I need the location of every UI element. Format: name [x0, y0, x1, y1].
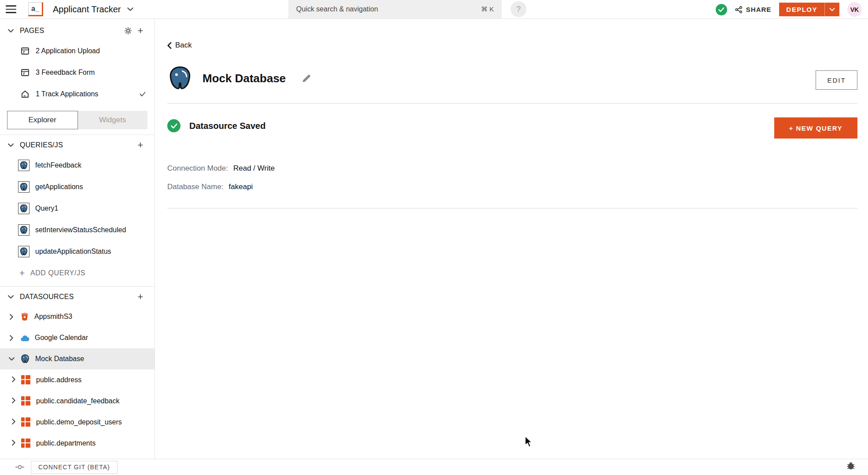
- share-label: SHARE: [746, 6, 772, 13]
- sidebar-item-query-getapplications[interactable]: getApplications: [0, 176, 154, 197]
- plus-icon: +: [19, 268, 25, 278]
- search-shortcut: ⌘ K: [481, 5, 494, 13]
- sidebar-divider: [0, 135, 154, 135]
- sidebar-item-datasource-google-calendar[interactable]: Google Calendar: [0, 327, 154, 348]
- quick-search-input[interactable]: Quick search & navigation ⌘ K: [288, 0, 502, 18]
- sidebar-item-query-query1[interactable]: Query1: [0, 197, 154, 219]
- tab-explorer-label: Explorer: [29, 116, 56, 124]
- pages-settings-button[interactable]: [122, 25, 134, 37]
- postgres-query-icon: [18, 160, 29, 171]
- sidebar-item-table-public-departments[interactable]: public.departments: [0, 433, 154, 454]
- postgres-query-icon: [18, 203, 29, 214]
- edit-datasource-button[interactable]: EDIT: [816, 70, 857, 90]
- app-title-menu[interactable]: Applicant Tracker: [53, 4, 133, 15]
- postgres-query-icon: [18, 224, 29, 236]
- table-icon: [21, 396, 31, 406]
- datasource-label: Mock Database: [35, 355, 84, 363]
- s3-datasource-icon: [20, 312, 29, 321]
- connection-mode-label: Connection Mode:: [167, 164, 228, 173]
- sidebar-divider: [0, 286, 154, 287]
- pages-section-header[interactable]: PAGES +: [0, 22, 154, 40]
- postgres-logo: [167, 65, 193, 91]
- table-icon: [21, 375, 31, 385]
- sidebar-item-datasource-mock-database[interactable]: Mock Database: [0, 348, 154, 369]
- datasource-label: Google Calendar: [35, 334, 88, 342]
- database-name-row: Database Name: fakeapi: [167, 183, 253, 191]
- postgres-query-icon: [18, 246, 29, 257]
- chevron-right-icon: [11, 440, 16, 446]
- datasource-detail-panel: Back Mock Database EDIT Datasource Saved…: [155, 19, 868, 459]
- sidebar-item-page-feedback-form[interactable]: 3 Feeedback Form: [0, 62, 154, 83]
- sidebar-item-query-fetchfeedback[interactable]: fetchFeedback: [0, 154, 154, 176]
- sidebar-item-page-track-applications[interactable]: 1 Track Applications: [0, 83, 154, 105]
- tab-widgets[interactable]: Widgets: [78, 111, 148, 129]
- chevron-down-icon: [9, 357, 15, 361]
- chevron-left-icon: [167, 42, 172, 49]
- back-label: Back: [175, 41, 192, 50]
- tab-explorer[interactable]: Explorer: [7, 111, 78, 129]
- header-divider: [167, 103, 857, 104]
- chevron-right-icon: [9, 314, 14, 320]
- appsmith-logo[interactable]: a_: [28, 2, 43, 16]
- page-label: 3 Feeedback Form: [36, 69, 95, 77]
- user-avatar[interactable]: VK: [847, 2, 862, 17]
- sidebar-item-query-setinterviewstatus[interactable]: setInterviewStatusScheduled: [0, 219, 154, 241]
- chevron-down-icon: [8, 143, 14, 147]
- add-query-js-button[interactable]: + ADD QUERY/JS: [0, 262, 154, 284]
- deploy-dropdown[interactable]: [824, 3, 839, 16]
- query-label: setInterviewStatusScheduled: [35, 226, 126, 234]
- sidebar-item-table-public-demo-deposit-users[interactable]: public.demo_deposit_users: [0, 412, 154, 433]
- tab-widgets-label: Widgets: [99, 116, 126, 124]
- share-button[interactable]: SHARE: [735, 6, 772, 13]
- postgres-query-icon: [18, 181, 29, 193]
- chevron-right-icon: [9, 335, 14, 341]
- sidebar-item-page-application-upload[interactable]: 2 Application Upload: [0, 40, 154, 62]
- topbar-actions: SHARE DEPLOY VK: [716, 0, 862, 19]
- sidebar-item-table-public-address[interactable]: public.address: [0, 369, 154, 391]
- sidebar-item-datasource-appsmiths3[interactable]: AppsmithS3: [0, 306, 154, 327]
- database-name-value: fakeapi: [229, 183, 253, 191]
- deploy-button[interactable]: DEPLOY: [779, 3, 839, 16]
- edit-name-pencil-icon[interactable]: [302, 73, 311, 83]
- queries-section-header[interactable]: QUERIES/JS +: [0, 136, 154, 154]
- add-query-js-label: ADD QUERY/JS: [30, 269, 85, 277]
- page-icon: [21, 68, 29, 77]
- hamburger-menu-icon[interactable]: [1, 0, 21, 19]
- query-label: updateApplicationStatus: [35, 248, 111, 256]
- connection-mode-value: Read / Write: [233, 164, 275, 173]
- query-label: fetchFeedback: [35, 161, 81, 169]
- sidebar-item-query-updateapplicationstatus[interactable]: updateApplicationStatus: [0, 241, 154, 262]
- cloud-datasource-icon: [20, 334, 29, 342]
- add-page-button[interactable]: +: [134, 25, 147, 37]
- debug-bug-icon[interactable]: [846, 461, 856, 471]
- pages-title: PAGES: [20, 27, 122, 35]
- query-label: getApplications: [35, 183, 83, 191]
- add-datasource-button[interactable]: +: [134, 291, 147, 303]
- chevron-down-icon: [8, 295, 14, 299]
- datasource-header: Mock Database: [167, 65, 311, 91]
- datasources-section-header[interactable]: DATASOURCES +: [0, 288, 154, 306]
- saved-indicator-icon: [716, 4, 727, 15]
- back-button[interactable]: Back: [167, 41, 192, 50]
- queries-title: QUERIES/JS: [20, 141, 134, 149]
- saved-status-label: Datasource Saved: [189, 121, 265, 131]
- explorer-sidebar: PAGES + 2 Application Upload 3 Feeedback…: [0, 19, 155, 459]
- table-label: public.address: [36, 376, 81, 384]
- deploy-label: DEPLOY: [779, 6, 824, 13]
- add-query-plus-button[interactable]: +: [134, 139, 147, 151]
- page-label: 1 Track Applications: [36, 90, 98, 98]
- connect-git-button[interactable]: CONNECT GIT (BETA): [31, 461, 118, 474]
- search-placeholder: Quick search & navigation: [296, 5, 481, 13]
- gear-icon: [124, 26, 132, 35]
- help-button[interactable]: ?: [511, 1, 526, 17]
- git-commit-icon: [15, 464, 25, 470]
- sidebar-item-table-public-candidate-feedback[interactable]: public.candidate_feedback: [0, 391, 154, 412]
- bottom-bar: CONNECT GIT (BETA): [0, 459, 868, 475]
- top-bar: a_ Applicant Tracker Quick search & navi…: [0, 0, 868, 19]
- page-icon: [21, 47, 29, 55]
- new-query-button[interactable]: + NEW QUERY: [774, 117, 857, 139]
- help-label: ?: [516, 5, 521, 14]
- share-icon: [735, 6, 743, 13]
- datasource-label: AppsmithS3: [34, 313, 72, 321]
- section-divider: [167, 208, 857, 208]
